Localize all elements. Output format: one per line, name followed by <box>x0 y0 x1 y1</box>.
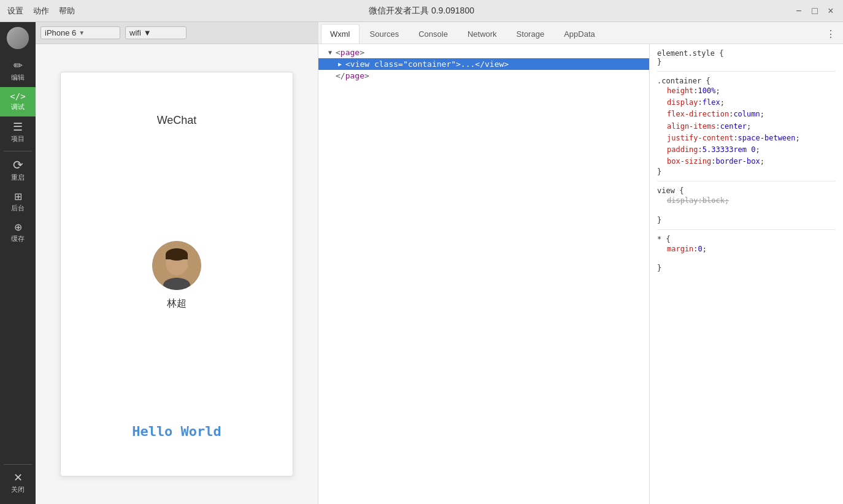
css-prop-height: height:100%; <box>657 85 836 97</box>
window-controls: − □ × <box>794 6 836 16</box>
close-button[interactable]: × <box>826 6 836 16</box>
dom-tagname-view: view <box>350 59 369 69</box>
device-select[interactable]: iPhone 6 ▼ <box>40 26 120 39</box>
css-prop-padding: padding:5.33333rem 0; <box>657 144 836 156</box>
css-rule-element-style: element.style { } <box>657 49 836 66</box>
dom-bracket: < <box>336 48 341 57</box>
css-prop-name-align-items: align-items <box>667 122 715 131</box>
phone-status-bar <box>61 72 293 90</box>
css-prop-val-justify-content: space-between <box>738 134 796 142</box>
phone-hello-text: Hello World <box>132 424 221 439</box>
sidebar-item-project[interactable]: ☰ 项目 <box>0 116 36 148</box>
menu-items: 设置 动作 帮助 <box>7 6 75 17</box>
dom-bracket-view-end: >...</ <box>456 59 485 69</box>
css-brace-close: } <box>657 58 661 66</box>
device-toolbar: iPhone 6 ▼ wifi ▼ <box>36 22 318 44</box>
dom-triangle-page[interactable]: ▼ <box>328 49 336 56</box>
avatar-image <box>7 27 29 49</box>
css-selector-container: .container <box>657 77 706 85</box>
dom-tagname-page: page <box>341 48 360 57</box>
dom-bracket-close: > <box>360 48 364 57</box>
tab-appdata[interactable]: AppData <box>555 24 604 44</box>
sidebar-item-debug[interactable]: </> 调试 <box>0 87 36 116</box>
menu-bar: 设置 动作 帮助 <box>7 6 75 17</box>
dom-triangle-view[interactable]: ▶ <box>338 61 345 67</box>
title-bar: 设置 动作 帮助 微信开发者工具 0.9.091800 − □ × <box>0 0 843 22</box>
minimize-button[interactable]: − <box>794 6 804 16</box>
phone-content: WeChat <box>61 90 293 476</box>
css-prop-val-display-view: block <box>702 196 725 205</box>
css-selector-star: * <box>657 235 666 243</box>
phone-username: 林超 <box>167 297 187 310</box>
css-prop-name-box-sizing: box-sizing <box>667 157 711 166</box>
sidebar-item-restart[interactable]: ⟳ 重启 <box>0 154 36 187</box>
tab-wxml[interactable]: Wxml <box>321 24 360 44</box>
sidebar-item-backend[interactable]: ⊞ 后台 <box>0 187 36 218</box>
css-brace-view-open: { <box>679 186 683 195</box>
css-prop-name-justify-content: justify-content <box>667 134 733 142</box>
device-select-label: iPhone 6 <box>45 28 76 37</box>
phone-avatar-svg <box>152 241 201 290</box>
dom-attr-value: "container" <box>403 59 456 69</box>
tab-network[interactable]: Network <box>458 24 506 44</box>
menu-actions[interactable]: 动作 <box>33 6 49 17</box>
phone-app-title: WeChat <box>157 114 197 127</box>
dom-bracket-view-open: < <box>345 59 350 69</box>
maximize-button[interactable]: □ <box>810 6 820 16</box>
devtools-tab-bar: Wxml Sources Console Network Storage App… <box>318 22 843 44</box>
css-brace-star-open: { <box>666 235 670 243</box>
tab-console[interactable]: Console <box>409 24 457 44</box>
css-rule-container: .container { height:100%; display:flex; … <box>657 77 836 176</box>
dom-bracket-page-final: > <box>364 71 369 80</box>
window-title: 微信开发者工具 0.9.091800 <box>369 6 474 17</box>
css-prop-display-block: display:block; <box>657 195 836 207</box>
css-prop-flex-direction: flex-direction:column; <box>657 109 836 120</box>
dom-panel: ▼ <page> ▶ <view class="container">...</… <box>318 44 650 504</box>
devtools-more-button[interactable]: ⋮ <box>818 25 843 44</box>
sidebar-item-edit[interactable]: ✏ 编辑 <box>0 55 36 87</box>
sidebar-label-restart: 重启 <box>11 173 25 182</box>
css-prop-box-sizing: box-sizing:border-box; <box>657 156 836 167</box>
css-prop-val-margin: 0 <box>698 245 702 253</box>
network-select[interactable]: wifi ▼ <box>125 26 187 39</box>
css-prop-margin: margin:0; <box>657 243 836 255</box>
sidebar-label-cache: 缓存 <box>11 234 25 243</box>
device-panel: iPhone 6 ▼ wifi ▼ WeChat <box>36 22 318 504</box>
restart-icon: ⟳ <box>13 159 23 171</box>
tab-sources[interactable]: Sources <box>361 24 409 44</box>
dom-line-page-close[interactable]: </page> <box>318 70 649 82</box>
sidebar-label-project: 项目 <box>11 134 25 143</box>
sidebar-divider-1 <box>4 151 32 151</box>
css-panel: element.style { } .container { height:10… <box>650 44 843 504</box>
css-prop-val-display: flex <box>702 98 720 107</box>
edit-icon: ✏ <box>13 60 23 71</box>
svg-rect-3 <box>166 254 188 259</box>
device-content: WeChat <box>36 44 318 504</box>
css-prop-name-display-view: display <box>667 196 698 205</box>
sidebar-item-cache[interactable]: ⊕ 缓存 <box>0 218 36 248</box>
sidebar-label-backend: 后台 <box>11 204 25 213</box>
sidebar-label-debug: 调试 <box>11 102 25 112</box>
dom-line-view[interactable]: ▶ <view class="container">...</view> <box>318 58 649 70</box>
css-divider-2 <box>657 181 836 181</box>
css-divider-3 <box>657 229 836 230</box>
menu-settings[interactable]: 设置 <box>7 6 23 17</box>
phone-frame: WeChat <box>60 72 293 476</box>
css-brace-open: { <box>719 49 723 58</box>
css-prop-val-align-items: center <box>720 122 747 131</box>
phone-avatar <box>152 241 201 290</box>
menu-help[interactable]: 帮助 <box>59 6 75 17</box>
css-rule-star: * { margin:0; } <box>657 235 836 272</box>
css-selector-element: element.style <box>657 49 719 58</box>
tab-storage[interactable]: Storage <box>507 24 554 44</box>
avatar[interactable] <box>7 27 29 49</box>
dom-bracket-page-close: </ <box>336 71 345 80</box>
css-prop-justify-content: justify-content:space-between; <box>657 132 836 144</box>
css-prop-align-items: align-items:center; <box>657 121 836 132</box>
css-prop-name-display: display <box>667 98 698 107</box>
dom-tagname-page-close: page <box>345 71 364 80</box>
sidebar-label-edit: 编辑 <box>11 73 25 82</box>
css-prop-val-height: 100% <box>698 86 716 95</box>
dom-line-page[interactable]: ▼ <page> <box>318 47 649 58</box>
sidebar-item-close[interactable]: ✕ 关闭 <box>0 467 36 499</box>
